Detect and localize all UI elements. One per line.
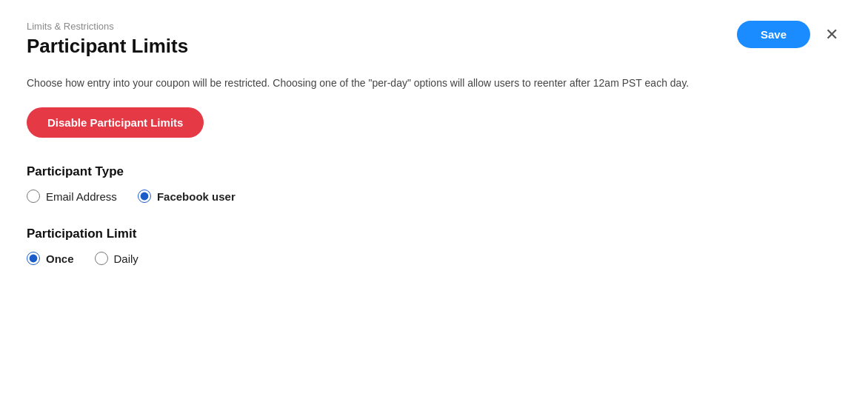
close-button[interactable]: ✕ [822, 24, 841, 46]
disable-participant-limits-button[interactable]: Disable Participant Limits [27, 107, 204, 138]
radio-option-email[interactable]: Email Address [27, 190, 117, 203]
header-right: Save ✕ [737, 21, 841, 48]
breadcrumb: Limits & Restrictions [27, 21, 188, 32]
radio-email-label: Email Address [46, 190, 117, 203]
radio-facebook-input[interactable] [138, 190, 151, 203]
radio-facebook-label: Facebook user [157, 190, 236, 203]
radio-once-label: Once [46, 252, 74, 265]
radio-once-input[interactable] [27, 252, 40, 265]
header-left: Limits & Restrictions Participant Limits [27, 21, 188, 58]
radio-option-once[interactable]: Once [27, 252, 74, 265]
radio-email-input[interactable] [27, 190, 40, 203]
participation-limit-radio-group: Once Daily [27, 252, 841, 265]
radio-daily-label: Daily [114, 252, 138, 265]
modal-container: Limits & Restrictions Participant Limits… [0, 0, 868, 402]
participation-limit-section: Participation Limit Once Daily [27, 227, 841, 265]
participant-type-title: Participant Type [27, 164, 841, 179]
radio-daily-input[interactable] [95, 252, 108, 265]
radio-option-facebook[interactable]: Facebook user [138, 190, 236, 203]
participation-limit-title: Participation Limit [27, 227, 841, 241]
radio-option-daily[interactable]: Daily [95, 252, 138, 265]
save-button[interactable]: Save [737, 21, 810, 48]
participant-type-radio-group: Email Address Facebook user [27, 190, 841, 203]
header: Limits & Restrictions Participant Limits… [27, 21, 841, 58]
description-text: Choose how entry into your coupon will b… [27, 76, 841, 91]
page-title: Participant Limits [27, 35, 188, 58]
participant-type-section: Participant Type Email Address Facebook … [27, 164, 841, 203]
